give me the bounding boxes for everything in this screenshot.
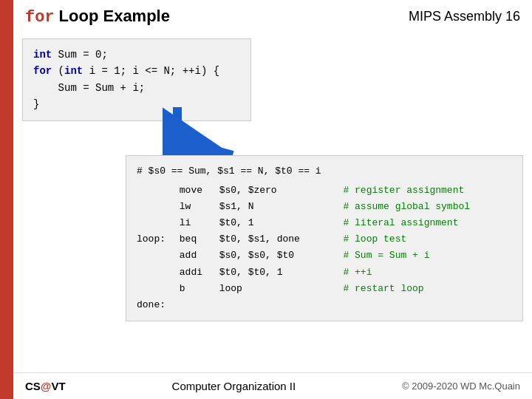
asm-row-add: add $s0, $s0, $t0 # Sum = Sum + i: [137, 248, 512, 264]
asm-row-move: move $s0, $zero # register assignment: [137, 183, 512, 199]
left-accent-bar: [0, 0, 13, 399]
footer-at: @: [41, 380, 52, 392]
footer: CS@VT Computer Organization II © 2009-20…: [13, 372, 532, 399]
asm-comment-addi: # ++i: [343, 267, 372, 278]
asm-row-b: b loop # restart loop: [137, 281, 512, 297]
asm-label-done: done:: [137, 297, 174, 313]
asm-op-move: move: [180, 183, 214, 199]
asm-args-addi: $t0, $t0, 1: [219, 265, 338, 281]
c-line-1: int Sum = 0;: [33, 47, 240, 63]
asm-args-b: loop: [219, 281, 338, 297]
header: for Loop Example MIPS Assembly 16: [13, 0, 532, 33]
for-keyword: for: [25, 8, 55, 27]
slide-title: for Loop Example: [25, 7, 170, 27]
mips-label: MIPS Assembly 16: [409, 9, 520, 24]
title-text: Loop Example: [59, 7, 170, 26]
asm-label-add: [137, 248, 174, 264]
asm-label-li: [137, 215, 174, 231]
asm-row-done: done:: [137, 297, 512, 313]
asm-label-lw: [137, 199, 174, 215]
asm-op-lw: lw: [180, 199, 214, 215]
asm-row-lw: lw $s1, N # assume global symbol: [137, 199, 512, 215]
c-line-2: for (int i = 1; i <= N; ++i) {: [33, 63, 240, 79]
asm-box: # $s0 == Sum, $s1 == N, $t0 == i move $s…: [126, 155, 523, 321]
c-line-3: Sum = Sum + i;: [33, 80, 240, 96]
asm-row-addi: addi $t0, $t0, 1 # ++i: [137, 265, 512, 281]
asm-args-add: $s0, $s0, $t0: [219, 248, 338, 264]
asm-row-beq: loop: beq $t0, $s1, done # loop test: [137, 231, 512, 248]
asm-label-addi: [137, 265, 174, 281]
asm-comment-lw: # assume global symbol: [343, 201, 470, 212]
asm-args-lw: $s1, N: [219, 199, 338, 215]
asm-comment-beq: # loop test: [343, 233, 406, 245]
asm-op-addi: addi: [180, 265, 214, 281]
footer-copyright: © 2009-2020 WD Mc.Quain: [402, 381, 520, 392]
asm-row-li: li $t0, 1 # literal assignment: [137, 215, 512, 231]
asm-label-loop: loop:: [137, 231, 174, 248]
footer-logo: CS@VT: [25, 380, 66, 392]
asm-op-b: b: [180, 281, 214, 297]
asm-op-add: add: [180, 248, 214, 264]
footer-course: Computer Organization II: [172, 380, 296, 392]
asm-args-move: $s0, $zero: [219, 183, 338, 199]
asm-comment-move: # register assignment: [343, 185, 464, 196]
asm-label-b: [137, 281, 174, 297]
asm-op-beq: beq: [180, 231, 214, 248]
asm-comment-li: # literal assignment: [343, 217, 458, 228]
asm-args-beq: $t0, $s1, done: [219, 231, 338, 248]
asm-header: # $s0 == Sum, $s1 == N, $t0 == i: [137, 163, 512, 180]
asm-comment-add: # Sum = Sum + i: [343, 250, 429, 261]
asm-label-move: [137, 183, 174, 199]
arrow: [163, 103, 251, 163]
asm-op-li: li: [180, 215, 214, 231]
asm-args-li: $t0, 1: [219, 215, 338, 231]
asm-comment-b: # restart loop: [343, 283, 423, 294]
